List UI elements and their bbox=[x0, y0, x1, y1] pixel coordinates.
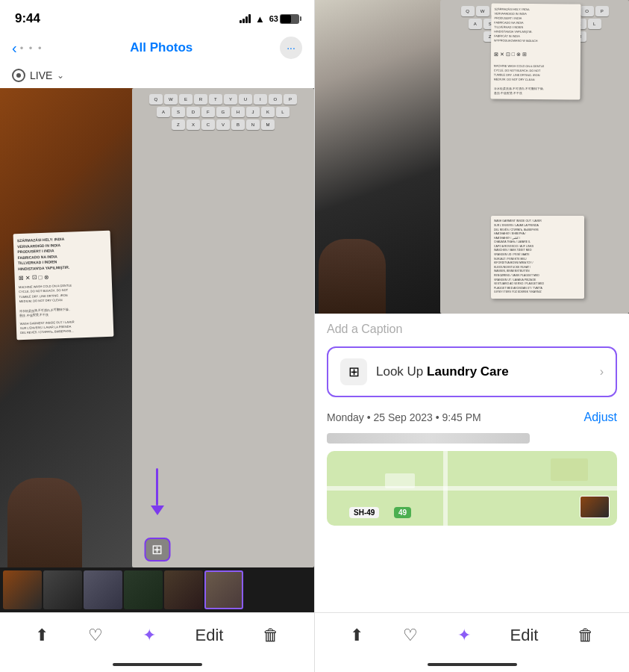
key-n: N bbox=[246, 119, 260, 130]
edit-button[interactable]: Edit bbox=[195, 626, 224, 645]
key-f: F bbox=[201, 107, 215, 117]
live-text: LIVE bbox=[30, 69, 52, 81]
map-area-1 bbox=[385, 473, 415, 488]
map-area-2 bbox=[551, 458, 588, 481]
status-time: 9:44 bbox=[15, 11, 40, 26]
share-button[interactable]: ⬆ bbox=[35, 626, 48, 645]
lookup-bold: Laundry Care bbox=[427, 364, 509, 379]
key-d: D bbox=[187, 107, 200, 117]
caption-placeholder[interactable]: Add a Caption bbox=[327, 323, 402, 335]
key-u: U bbox=[239, 94, 252, 105]
lookup-symbol: ⊞ bbox=[348, 364, 360, 380]
key-x: X bbox=[187, 119, 200, 130]
wash-symbols: ⊠✕⊡□⊗ bbox=[18, 271, 107, 283]
live-circle-icon bbox=[12, 69, 25, 82]
key-v: V bbox=[216, 119, 230, 130]
left-panel: 9:44 ▲ 63 ‹ • • • All Photos bbox=[0, 0, 314, 672]
map-badge-sh49: SH-49 bbox=[349, 507, 379, 518]
status-bar: 9:44 ▲ 63 bbox=[0, 0, 314, 33]
right-delete-button[interactable]: 🗑 bbox=[578, 626, 594, 645]
hand-silhouette bbox=[7, 478, 82, 567]
right-panel: QWE RTY UIOP ASD FGH JKL ZXC VBNM bbox=[315, 0, 629, 672]
key-k: K bbox=[261, 107, 275, 117]
right-bottom bbox=[315, 526, 629, 612]
key-z: Z bbox=[172, 119, 185, 130]
more-button[interactable]: ··· bbox=[280, 37, 302, 59]
lookup-icon: ⊞ bbox=[340, 358, 367, 385]
right-visual-lookup-button[interactable]: ✦ bbox=[457, 626, 471, 645]
edit-label: Edit bbox=[195, 626, 224, 645]
right-bottom-toolbar: ⬆ ♡ ✦ Edit 🗑 bbox=[315, 612, 629, 657]
visual-lookup-toolbar-icon: ✦ bbox=[143, 626, 156, 645]
all-photos-title[interactable]: All Photos bbox=[130, 40, 193, 55]
lookup-laundry-care-card[interactable]: ⊞ Look Up Laundry Care › bbox=[327, 346, 617, 397]
blurred-info bbox=[315, 432, 629, 445]
visual-lookup-highlight[interactable]: ⊞ bbox=[144, 538, 170, 561]
key-r: R bbox=[194, 94, 207, 105]
right-photo-background: QWE RTY UIOP ASD FGH JKL ZXC VBNM bbox=[315, 0, 629, 314]
home-indicator bbox=[0, 657, 314, 672]
back-button[interactable]: ‹ • • • bbox=[12, 40, 43, 57]
trash-icon: 🗑 bbox=[263, 626, 279, 645]
key-g: G bbox=[216, 107, 230, 117]
status-icons: ▲ 63 bbox=[240, 13, 299, 25]
heart-icon: ♡ bbox=[88, 626, 103, 645]
key-w: W bbox=[164, 94, 178, 105]
thumbnail-5[interactable] bbox=[164, 570, 203, 609]
share-icon: ⬆ bbox=[35, 626, 48, 645]
home-bar bbox=[113, 663, 202, 666]
back-chevron-icon: ‹ bbox=[12, 40, 17, 57]
thumbnail-2[interactable] bbox=[43, 570, 82, 609]
map-badge-49: 49 bbox=[394, 507, 411, 518]
like-button[interactable]: ♡ bbox=[88, 626, 103, 645]
thumbnail-3[interactable] bbox=[84, 570, 122, 609]
more-icon: ··· bbox=[287, 42, 295, 54]
right-share-button[interactable]: ⬆ bbox=[350, 626, 363, 645]
signal-icon bbox=[240, 14, 251, 23]
main-photo: Q W E R T Y U I O P A S D bbox=[0, 88, 314, 567]
adjust-button[interactable]: Adjust bbox=[584, 411, 617, 424]
battery-icon bbox=[280, 14, 299, 24]
live-badge[interactable]: LIVE ⌄ bbox=[0, 66, 314, 88]
keyboard-row-1: Q W E R T Y U I O P bbox=[135, 94, 311, 105]
key-y: Y bbox=[224, 94, 237, 105]
label-instructions-2: WASH GARMENT INSIDE OUT / LAVER SUR L'EN… bbox=[20, 318, 110, 335]
blurred-line-1 bbox=[327, 433, 530, 444]
thumbnail-4[interactable] bbox=[124, 570, 163, 609]
key-t: T bbox=[209, 94, 222, 105]
purple-arrow-shaft bbox=[156, 468, 158, 505]
lookup-label: Look Up Laundry Care bbox=[376, 364, 591, 379]
map-road-vertical bbox=[443, 451, 448, 526]
right-edit-button[interactable]: Edit bbox=[510, 626, 539, 645]
visual-lookup-button[interactable]: ✦ bbox=[143, 626, 156, 645]
key-o: O bbox=[269, 94, 282, 105]
delete-button[interactable]: 🗑 bbox=[263, 626, 279, 645]
right-like-button[interactable]: ♡ bbox=[403, 626, 418, 645]
key-h: H bbox=[231, 107, 245, 117]
right-hand-silhouette bbox=[319, 239, 386, 314]
right-label-top: SZÁRMAZÁSI HELY: INDIAVERVAARDIGD IN IND… bbox=[490, 3, 581, 99]
key-l: L bbox=[276, 107, 290, 117]
right-edit-label: Edit bbox=[510, 626, 539, 645]
key-e: E bbox=[179, 94, 193, 105]
nav-bar: ‹ • • • All Photos ··· bbox=[0, 33, 314, 66]
back-dots: • • • bbox=[20, 43, 43, 54]
thumbnail-current[interactable] bbox=[204, 570, 243, 609]
key-j: J bbox=[246, 107, 260, 117]
keyboard-row-3: Z X C V B N M bbox=[135, 119, 311, 130]
right-trash-icon: 🗑 bbox=[578, 626, 594, 645]
thumbnail-1[interactable] bbox=[3, 570, 42, 609]
right-home-bar bbox=[428, 663, 517, 666]
right-label-bottom: WASH GARMENT INSIDE OUT / LAVERSUR L'ENV… bbox=[491, 216, 584, 299]
map-thumbnail bbox=[580, 496, 610, 518]
live-chevron-icon: ⌄ bbox=[57, 70, 64, 81]
map-road-horizontal bbox=[327, 486, 617, 491]
wifi-icon: ▲ bbox=[255, 13, 265, 25]
photo-background: Q W E R T Y U I O P A S D bbox=[0, 88, 314, 567]
right-visual-icon: ✦ bbox=[457, 626, 471, 645]
right-main-photo: QWE RTY UIOP ASD FGH JKL ZXC VBNM bbox=[315, 0, 629, 314]
label-instructions: MACHINE WASH COLD ON A GENTLE CYCLE. DO … bbox=[19, 282, 109, 319]
map-preview[interactable]: SH-49 49 bbox=[327, 451, 617, 526]
key-b: B bbox=[231, 119, 245, 130]
key-q: Q bbox=[149, 94, 163, 105]
